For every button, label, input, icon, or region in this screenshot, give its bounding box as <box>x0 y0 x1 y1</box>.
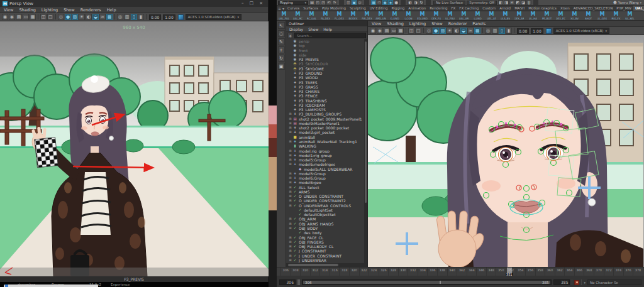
expand-toggle-icon[interactable] <box>288 171 292 176</box>
character-set-dropdown[interactable]: No Character Se <box>587 279 641 285</box>
auto-keyframe-toggle-icon[interactable] <box>574 280 579 285</box>
shelf-button[interactable]: M ED_UND <box>416 12 429 20</box>
shelf-button[interactable]: M I_CON <box>402 12 415 20</box>
snap-grid-icon[interactable]: ▦ <box>371 0 376 5</box>
rotate-tool-icon[interactable]: ↻ <box>278 55 285 62</box>
toolbar-icon[interactable] <box>55 14 56 19</box>
expand-toggle-icon[interactable] <box>288 180 292 185</box>
symmetry-field[interactable]: Symmetry: Off <box>467 1 497 5</box>
outliner-row[interactable]: model:rig_group <box>286 148 364 153</box>
textured-icon[interactable]: ▧ <box>440 28 446 34</box>
toolbar-icon[interactable] <box>38 14 38 19</box>
menu-item[interactable]: Lighting <box>409 21 426 26</box>
lock-camera-icon[interactable]: ◈ <box>9 14 15 20</box>
shelf-button[interactable]: M OEX_FU <box>430 12 443 20</box>
shelf-button[interactable]: M UEL_LE <box>485 12 498 20</box>
menu-item[interactable]: Renderers <box>80 8 101 13</box>
outliner-vertical-scrollbar[interactable] <box>364 39 367 263</box>
overscan-icon[interactable]: □ <box>47 14 53 20</box>
outliner-row[interactable]: shot2_pocket_0000:pocket <box>286 126 364 130</box>
new-scene-icon[interactable]: ▤ <box>309 0 314 5</box>
outliner-row[interactable]: P3_LAMPOSTS <box>286 107 364 112</box>
outliner-row[interactable]: P3_FENCE <box>286 94 364 98</box>
shelf-tab[interactable]: MASH <box>513 6 526 11</box>
animation-end-field[interactable]: 385 <box>553 279 570 285</box>
shelf-button[interactable]: M O_UND <box>388 12 401 20</box>
shelf-tab[interactable]: UAL_PHP <box>633 6 644 11</box>
outliner-row[interactable]: model5:Group <box>286 171 364 176</box>
textured-icon[interactable]: ▧ <box>72 14 78 20</box>
select-tool-icon[interactable]: ↖ <box>278 22 285 29</box>
menu-item[interactable]: Show <box>64 8 75 13</box>
outliner-row[interactable]: P3_GROUND <box>286 71 364 75</box>
smooth-shade-icon[interactable]: ● <box>65 14 71 20</box>
snap-surface-icon[interactable]: ● <box>394 0 399 5</box>
shelf-tab[interactable]: Animation <box>406 6 428 11</box>
motion-blur-icon[interactable]: ≈ <box>99 14 106 20</box>
outliner-row[interactable]: P3_GRASS <box>286 85 364 89</box>
expand-toggle-icon[interactable] <box>288 121 292 126</box>
outliner-row[interactable]: J_CONSTRAINT <box>286 249 364 253</box>
persp-window-titlebar[interactable]: M Persp View –□× <box>0 0 268 7</box>
pause-viewport-icon[interactable]: ‖ <box>526 0 531 5</box>
menu-item[interactable]: Help <box>323 27 332 31</box>
outliner-row[interactable]: animBall <box>286 135 364 139</box>
toolbar-icon[interactable] <box>533 0 538 5</box>
range-slider-track[interactable]: 306 385 <box>302 279 552 285</box>
expand-toggle-icon[interactable] <box>288 249 292 253</box>
shadows-icon[interactable]: ◐ <box>453 28 460 34</box>
outliner-search-input[interactable] <box>294 33 366 38</box>
shelf-button[interactable]: M RIG_FX <box>609 12 623 20</box>
expand-toggle-icon[interactable] <box>288 194 292 198</box>
expand-toggle-icon[interactable] <box>288 130 292 134</box>
outliner-row[interactable]: P3_BUILDING_GROUPS <box>286 112 364 116</box>
input-connections-icon[interactable]: ◐ <box>408 0 413 5</box>
multisample-icon[interactable]: ▩ <box>106 14 113 20</box>
construction-history-icon[interactable]: ↻ <box>419 0 424 5</box>
toolbar-icon[interactable] <box>406 28 406 33</box>
shelf-button[interactable]: M UL_FBU <box>443 12 457 20</box>
outliner-row[interactable]: OBJ_ARMS_HANDS <box>286 222 364 226</box>
shelf-button[interactable]: M SHOT <box>582 12 595 20</box>
outliner-row[interactable]: model6:Group <box>286 176 364 180</box>
outliner-row[interactable]: shot2_pocket_0009:MasterPanel1 <box>286 117 364 121</box>
menu-item[interactable]: Show <box>431 21 443 26</box>
shelf-tab[interactable]: Rendering <box>428 6 449 11</box>
camera-attributes-icon[interactable]: ▤ <box>16 14 22 20</box>
shelf-tab[interactable]: Surfaces <box>301 6 320 11</box>
field-chart-icon[interactable]: ▥ <box>124 14 130 20</box>
expand-toggle-icon[interactable] <box>288 126 292 130</box>
select-camera-icon[interactable]: ◉ <box>370 28 376 34</box>
select-camera-icon[interactable]: ◉ <box>2 14 8 20</box>
menu-item[interactable]: Help <box>107 8 116 13</box>
outliner-row[interactable]: model3:girl_pocket <box>286 130 364 134</box>
outliner-row[interactable]: side <box>286 53 364 57</box>
outliner-row[interactable]: animBall_WalkerNail_Tracking1 <box>286 139 364 144</box>
lights-icon[interactable]: ☀ <box>79 14 85 20</box>
menu-item[interactable]: View <box>4 8 13 13</box>
expand-toggle-icon[interactable] <box>288 149 292 153</box>
outliner-row[interactable]: O_UNDER_CONSTRAINT <box>286 194 364 198</box>
shelf-button[interactable]: M OEX_AR <box>513 12 526 20</box>
outliner-row[interactable]: P3_TRASHBINS <box>286 98 364 102</box>
shelf-tab[interactable]: FX <box>449 6 457 11</box>
gamma-field[interactable]: 1.00 <box>531 28 543 34</box>
menu-item[interactable]: Renderer <box>448 21 467 26</box>
expand-toggle-icon[interactable] <box>288 222 292 226</box>
shelf-button[interactable]: M RC_UAL <box>305 12 318 20</box>
resolution-gate-icon[interactable]: ▯ <box>131 14 137 20</box>
shelf-button[interactable]: M XO_BV <box>568 12 581 20</box>
select-object-icon[interactable]: ▣ <box>352 0 357 5</box>
multisample-icon[interactable]: ▩ <box>474 28 480 34</box>
snap-plane-icon[interactable]: ◈ <box>388 0 393 5</box>
isolate-select-icon[interactable]: ◎ <box>117 14 123 20</box>
outliner-row[interactable]: OBJ_ARM <box>286 217 364 221</box>
shelf-tab[interactable]: UV Editing <box>368 6 390 11</box>
exposure-field[interactable]: 0.00 <box>149 14 161 20</box>
window-control-button[interactable]: – <box>242 0 244 7</box>
outliner-row[interactable]: OBJ_FINGERS <box>286 240 364 244</box>
shadows-icon[interactable]: ◐ <box>86 14 92 20</box>
gate-mask-icon[interactable]: ▮ <box>506 28 512 34</box>
shelf-button[interactable]: M ARD_UN <box>374 12 387 20</box>
toolbar-icon[interactable] <box>146 14 147 19</box>
